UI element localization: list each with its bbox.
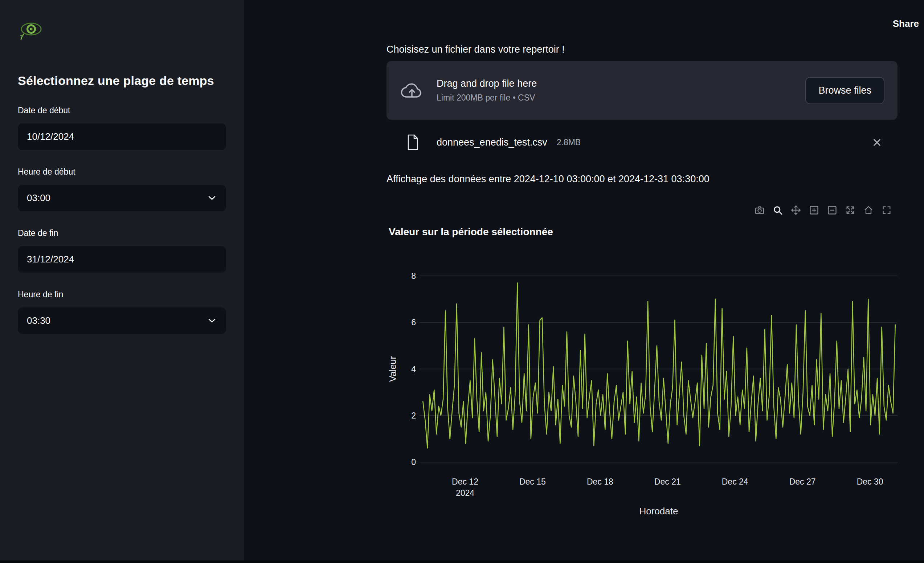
end-time-label: Heure de fin xyxy=(18,289,226,300)
y-tick-label: 6 xyxy=(411,318,416,327)
file-uploader-dropzone[interactable]: Drag and drop file here Limit 200MB per … xyxy=(387,61,897,120)
autoscale-icon[interactable] xyxy=(845,205,855,215)
upload-limit-text: Limit 200MB per file • CSV xyxy=(436,93,806,103)
remove-file-button[interactable] xyxy=(872,137,882,148)
end-date-value: 31/12/2024 xyxy=(27,254,74,265)
uploaded-file-size: 2.8MB xyxy=(557,138,580,147)
chevron-down-icon xyxy=(208,195,216,200)
start-date-input[interactable]: 10/12/2024 xyxy=(18,123,226,150)
camera-icon[interactable] xyxy=(754,205,765,215)
y-tick-label: 4 xyxy=(411,364,416,374)
uploader-text-block: Drag and drop file here Limit 200MB per … xyxy=(436,78,806,103)
start-time-value: 03:00 xyxy=(27,192,51,204)
field-start-date: Date de début 10/12/2024 xyxy=(18,105,226,150)
x-tick-label: Dec 21 xyxy=(654,477,681,486)
eye-logo-icon xyxy=(18,17,44,43)
zoom-in-icon[interactable] xyxy=(809,205,819,215)
start-time-select[interactable]: 03:00 xyxy=(18,185,226,211)
x-tick-label: Dec 18 xyxy=(587,477,614,486)
x-tick-sublabel: 2024 xyxy=(456,488,474,498)
fullscreen-icon[interactable] xyxy=(882,205,892,215)
y-tick-label: 2 xyxy=(411,411,416,420)
x-tick-label: Dec 12 xyxy=(452,477,478,486)
y-tick-label: 0 xyxy=(411,457,416,467)
chart-svg[interactable]: 02468Dec 122024Dec 15Dec 18Dec 21Dec 24D… xyxy=(387,273,897,524)
chart-area: 02468Dec 122024Dec 15Dec 18Dec 21Dec 24D… xyxy=(387,273,897,524)
reset-axes-home-icon[interactable] xyxy=(863,205,873,215)
chevron-down-icon xyxy=(208,318,216,323)
zoom-icon[interactable] xyxy=(772,205,783,215)
main-content: Choisisez un fichier dans votre repertoi… xyxy=(387,0,897,524)
x-tick-label: Dec 24 xyxy=(722,477,748,486)
end-date-input[interactable]: 31/12/2024 xyxy=(18,246,226,273)
app-logo xyxy=(18,17,44,43)
end-time-select[interactable]: 03:30 xyxy=(18,308,226,334)
field-start-time: Heure de début 03:00 xyxy=(18,167,226,211)
main-area: Share Choisisez un fichier dans votre re… xyxy=(244,0,924,563)
end-time-value: 03:30 xyxy=(27,315,51,326)
chart-title: Valeur sur la période sélectionnée xyxy=(389,225,897,239)
x-tick-label: Dec 15 xyxy=(519,477,546,486)
uploaded-file-name: donnees_enedis_test.csv xyxy=(436,137,547,148)
zoom-out-icon[interactable] xyxy=(827,205,837,215)
end-date-label: Date de fin xyxy=(18,228,226,239)
bottom-edge xyxy=(0,560,924,563)
field-end-time: Heure de fin 03:30 xyxy=(18,289,226,334)
data-range-text: Affichage des données entre 2024-12-10 0… xyxy=(387,173,897,186)
value-line-series xyxy=(423,283,896,448)
field-end-date: Date de fin 31/12/2024 xyxy=(18,228,226,273)
uploaded-file-row: donnees_enedis_test.csv 2.8MB xyxy=(387,134,897,151)
close-icon xyxy=(872,138,882,147)
chart-toolbar xyxy=(387,205,897,216)
sidebar: Sélectionnez une plage de temps Date de … xyxy=(0,0,244,563)
y-tick-label: 8 xyxy=(411,273,416,281)
cloud-upload-icon xyxy=(400,81,423,100)
start-date-label: Date de début xyxy=(18,105,226,116)
file-prompt-text: Choisisez un fichier dans votre repertoi… xyxy=(387,0,897,56)
x-tick-label: Dec 27 xyxy=(789,477,816,486)
x-axis-title: Horodate xyxy=(639,506,678,516)
browse-files-button[interactable]: Browse files xyxy=(806,77,885,104)
sidebar-title: Sélectionnez une plage de temps xyxy=(18,73,226,89)
start-date-value: 10/12/2024 xyxy=(27,131,74,142)
app-root: Sélectionnez une plage de temps Date de … xyxy=(0,0,924,563)
y-axis-title: Valeur xyxy=(388,356,398,381)
drag-drop-text: Drag and drop file here xyxy=(436,78,806,89)
file-icon xyxy=(406,134,419,151)
start-time-label: Heure de début xyxy=(18,167,226,177)
pan-icon[interactable] xyxy=(791,205,801,215)
x-tick-label: Dec 30 xyxy=(857,477,884,486)
